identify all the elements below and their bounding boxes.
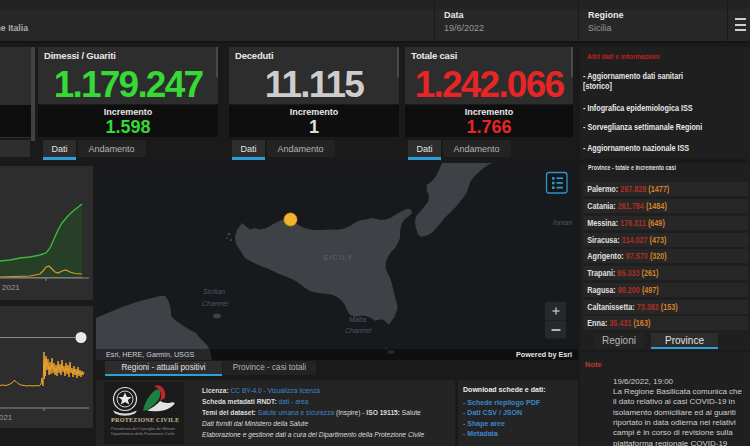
svg-text:PROTEZIONE CIVILE: PROTEZIONE CIVILE <box>111 416 179 423</box>
svg-text:Dipartimento della Protezione: Dipartimento della Protezione Civile <box>111 431 175 436</box>
svg-text:SICILY: SICILY <box>323 254 354 261</box>
svg-text:Malta: Malta <box>349 316 366 323</box>
svg-text:Esri, HERE, Garmin, USGS: Esri, HERE, Garmin, USGS <box>106 350 194 359</box>
svg-text:Channel: Channel <box>345 327 372 334</box>
svg-text:2021: 2021 <box>2 283 20 292</box>
svg-text:Channel: Channel <box>202 300 229 307</box>
svg-text:Ionian: Ionian <box>553 219 572 226</box>
svg-text:Sicilian: Sicilian <box>203 288 225 295</box>
svg-text:2021: 2021 <box>0 413 13 422</box>
svg-text:Powered by Esri: Powered by Esri <box>516 350 572 359</box>
